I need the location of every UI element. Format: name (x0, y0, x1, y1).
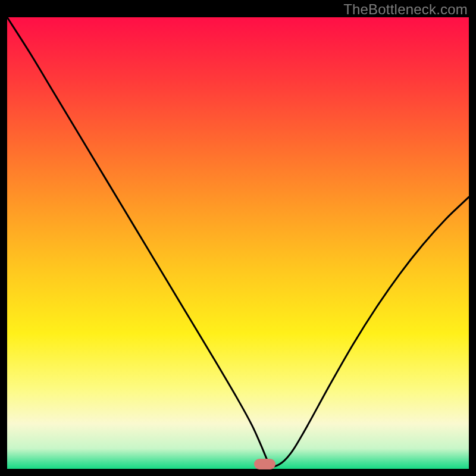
optimum-marker (254, 459, 275, 469)
chart-frame (7, 17, 469, 469)
bottleneck-chart (7, 17, 469, 469)
watermark-label: TheBottleneck.com (343, 1, 468, 18)
